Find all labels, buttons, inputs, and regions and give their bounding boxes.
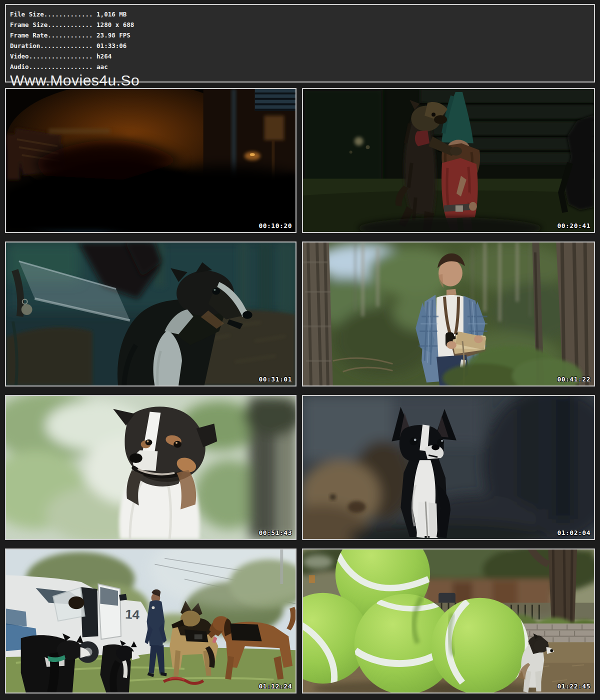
info-row-frame-size: Frame Size............1280 x 688 [10, 20, 594, 30]
info-label: Frame Size [10, 21, 48, 28]
info-label: Duration [10, 42, 40, 50]
info-row-duration: Duration..............01:33:06 [10, 40, 594, 51]
scene-tennis-balls-illustration [303, 550, 594, 692]
info-row-file-size: File Size.............1,016 MB [10, 9, 594, 20]
timestamp-badge: 00:10:20 [258, 222, 292, 230]
site-watermark: Www.Movies4u.So [10, 72, 594, 88]
timestamp-badge: 00:51:43 [258, 529, 292, 536]
info-row-frame-rate: Frame Rate............23.98 FPS [10, 30, 594, 40]
timestamp-badge: 01:12:24 [258, 682, 292, 690]
scene-dark-yard-illustration [6, 89, 296, 232]
info-row-video: Video.................h264 [10, 51, 594, 62]
timestamp-badge: 01:22:45 [557, 682, 590, 690]
van-number-text: 14 [125, 607, 140, 622]
dot-leader: ............ [48, 21, 92, 28]
dot-leader: ............. [44, 10, 93, 18]
info-label: File Size [10, 10, 44, 18]
screenshot-thumb-7: 14 [5, 548, 296, 694]
scene-cone-dog-illustration [6, 242, 296, 386]
scene-k9-van-illustration: 14 [6, 550, 296, 692]
info-value: 1,016 MB [96, 10, 126, 18]
info-value: 23.98 FPS [96, 32, 130, 39]
info-value: h264 [96, 52, 112, 60]
info-row-audio: Audio.................aac [10, 62, 594, 72]
screenshot-thumb-5: 00:51:43 [5, 395, 296, 540]
scene-forest-man-illustration [303, 242, 594, 386]
screenshot-thumb-6: 01:02:04 [302, 395, 595, 540]
screenshot-sheet: File Size.............1,016 MB Frame Siz… [0, 0, 600, 694]
thumbnail-grid: 00:10:20 [5, 88, 595, 694]
info-value: 1280 x 688 [96, 21, 134, 28]
scene-boston-terrier-illustration [303, 396, 594, 539]
timestamp-badge: 01:02:04 [557, 529, 590, 536]
info-label: Video [10, 52, 29, 60]
scene-smiling-dog-illustration [6, 396, 296, 539]
screenshot-thumb-1: 00:10:20 [5, 88, 296, 233]
dot-leader: ................. [29, 52, 93, 60]
timestamp-badge: 00:31:01 [258, 376, 292, 383]
info-label: Frame Rate [10, 32, 48, 39]
timestamp-badge: 00:20:41 [557, 222, 590, 230]
dot-leader: .............. [40, 42, 92, 50]
timestamp-badge: 00:41:22 [557, 376, 590, 383]
info-label: Audio [10, 63, 29, 70]
screenshot-thumb-4: 00:41:22 [302, 242, 595, 386]
screenshot-thumb-2: 00:20:41 [302, 88, 595, 233]
scene-gnome-illustration [303, 89, 594, 232]
screenshot-thumb-8: 01:22:45 [302, 548, 595, 694]
dot-leader: ................. [29, 63, 93, 70]
dot-leader: ............ [48, 32, 92, 39]
info-value: 01:33:06 [96, 42, 126, 50]
info-value: aac [96, 63, 108, 70]
screenshot-thumb-3: 00:31:01 [5, 242, 296, 386]
media-info-panel: File Size.............1,016 MB Frame Siz… [5, 4, 595, 82]
